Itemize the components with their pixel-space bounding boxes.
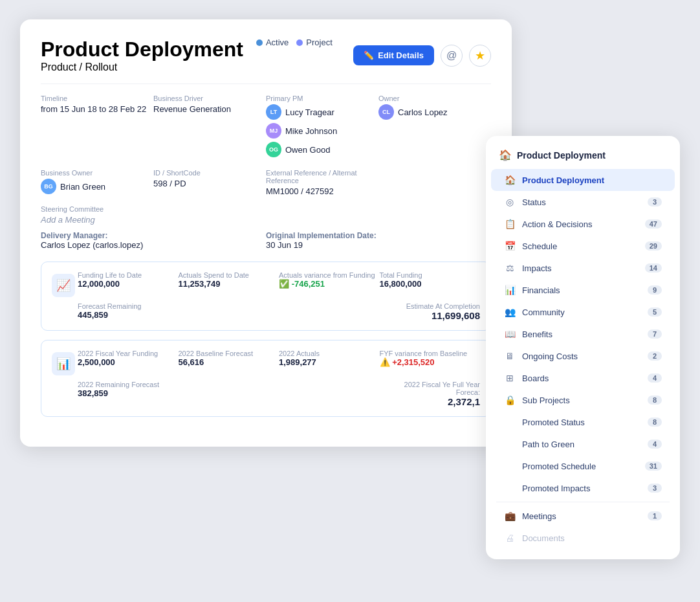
sidebar-item-boards[interactable]: ⊞Boards4 — [491, 367, 675, 389]
ext-ref-value: MM1000 / 427592 — [266, 186, 378, 196]
sidebar-label-schedule: Schedule — [522, 241, 639, 251]
empty-cell-1 — [378, 169, 491, 196]
star-icon-button[interactable]: ★ — [469, 45, 491, 67]
sidebar-badge-sub-projects: 8 — [648, 396, 662, 405]
business-owner-item: BG Brian Green — [41, 179, 153, 194]
fyf-var-cell: FYF variance from Baseline ⚠️ +2,315,520 — [380, 350, 481, 375]
actuals-std-label: Actuals Spend to Date — [179, 271, 279, 279]
remaining-value: 382,859 — [78, 388, 179, 398]
financial-card-1: 📈 Funding Life to Date 12,000,000 Actual… — [41, 262, 491, 331]
sidebar-item-documents[interactable]: 🖨Documents — [491, 527, 675, 549]
delivery-manager-cell: Delivery Manager: Carlos Lopez (carlos.l… — [41, 231, 266, 250]
actuals-std-value: 11,253,749 — [179, 279, 279, 289]
fin-card-2-row2: 2022 Remaining Forecast 382,859 2022 Fis… — [52, 381, 480, 407]
edit-details-button[interactable]: ✏️ Edit Details — [353, 45, 434, 65]
fin-row2-spacer — [52, 302, 78, 321]
pm2-item: MJ Mike Johnson — [266, 123, 378, 139]
business-driver-label: Business Driver — [153, 95, 266, 102]
sidebar-nav: 🏠Product Deployment◎Status3📋Action & Dec… — [486, 169, 680, 549]
sidebar-item-action-decisions[interactable]: 📋Action & Decisions47 — [491, 213, 675, 235]
main-card: Product Deployment Product / Rollout Act… — [20, 19, 512, 447]
actuals-std-cell: Actuals Spend to Date 11,253,749 — [179, 271, 279, 297]
full-year-value: 2,372,1 — [380, 396, 481, 407]
sidebar-label-impacts: Impacts — [522, 263, 639, 273]
sidebar-badge-meetings: 1 — [648, 511, 662, 520]
sidebar-item-benefits[interactable]: 📖Benefits7 — [491, 323, 675, 345]
sidebar-item-sub-projects[interactable]: 🔒Sub Projects8 — [491, 389, 675, 411]
header-row: Product Deployment Product / Rollout Act… — [41, 38, 491, 73]
fin-card-1-row2: Forecast Remaining 445,859 Estimate At C… — [52, 302, 480, 321]
baseline-cell: 2022 Baseline Forecast 56,616 — [179, 350, 279, 375]
primary-pm-label: Primary PM — [266, 95, 378, 102]
promoted-status-icon — [504, 416, 516, 428]
sidebar-label-sub-projects: Sub Projects — [522, 396, 641, 405]
benefits-icon: 📖 — [504, 328, 516, 340]
sidebar-badge-status: 3 — [648, 197, 662, 206]
sidebar-item-promoted-impacts[interactable]: Promoted Impacts3 — [491, 477, 675, 499]
funding-ltd-label: Funding Life to Date — [78, 271, 179, 279]
steering-label: Steering Committee — [41, 205, 153, 213]
fyf-var-label: FYF variance from Baseline — [380, 350, 481, 357]
sidebar-divider — [496, 502, 670, 502]
sidebar-item-path-to-green[interactable]: Path to Green4 — [491, 433, 675, 455]
sidebar-label-action-decisions: Action & Decisions — [522, 219, 639, 229]
sidebar-label-product-deployment: Product Deployment — [522, 175, 662, 185]
sidebar-item-status[interactable]: ◎Status3 — [491, 191, 675, 213]
owner-cell: Owner CL Carlos Lopez — [378, 95, 491, 157]
financial-card-2: 📊 2022 Fiscal Year Funding 2,500,000 202… — [41, 340, 491, 417]
breadcrumb: Product / Rollout — [41, 61, 243, 73]
sidebar-item-ongoing-costs[interactable]: 🖥Ongoing Costs2 — [491, 345, 675, 367]
business-driver-value: Revenue Generation — [153, 104, 266, 114]
pm1-item: LT Lucy Tragear — [266, 104, 378, 120]
fin-icon-col-2: 📊 — [52, 350, 78, 375]
pm3-item: OG Owen Good — [266, 142, 378, 157]
sidebar-label-ongoing-costs: Ongoing Costs — [522, 351, 641, 361]
sidebar-item-community[interactable]: 👥Community5 — [491, 301, 675, 323]
pm-list: LT Lucy Tragear MJ Mike Johnson OG Owen … — [266, 104, 378, 157]
fin-data-grid-1: Funding Life to Date 12,000,000 Actuals … — [78, 271, 480, 297]
sidebar-item-impacts[interactable]: ⚖Impacts14 — [491, 257, 675, 279]
sidebar-badge-community: 5 — [648, 307, 662, 317]
sidebar-label-promoted-impacts: Promoted Impacts — [522, 484, 641, 493]
promoted-schedule-icon — [504, 460, 516, 472]
sidebar-badge-promoted-schedule: 31 — [645, 462, 662, 471]
sidebar-label-benefits: Benefits — [522, 329, 641, 339]
fyf-var-value: ⚠️ +2,315,520 — [380, 357, 481, 367]
sidebar-title: 🏠 Product Deployment — [486, 146, 680, 169]
sidebar-item-meetings[interactable]: 💼Meetings1 — [491, 505, 675, 527]
funding-ltd-value: 12,000,000 — [78, 279, 179, 289]
path-to-green-icon — [504, 438, 516, 450]
delivery-manager-value: Carlos Lopez (carlos.lopez) — [41, 240, 266, 250]
chart-icon: 📈 — [52, 274, 75, 297]
sidebar-item-product-deployment[interactable]: 🏠Product Deployment — [491, 169, 675, 191]
badge-active: Active — [256, 38, 289, 47]
delivery-manager-label: Delivery Manager: — [41, 231, 266, 240]
financials-icon: 📊 — [504, 284, 516, 296]
pm1-avatar: LT — [266, 104, 281, 120]
steering-link[interactable]: Add a Meeting — [41, 215, 153, 225]
sidebar-badge-action-decisions: 47 — [645, 219, 662, 229]
fin-card-1-inner: 📈 Funding Life to Date 12,000,000 Actual… — [52, 271, 480, 297]
full-year-label: 2022 Fiscal Ye Full Year Foreca: — [380, 381, 481, 396]
sidebar-item-promoted-schedule[interactable]: Promoted Schedule31 — [491, 455, 675, 477]
actuals-2022-cell: 2022 Actuals 1,989,277 — [279, 350, 380, 375]
actuals-var-value: ✅ -746,251 — [279, 279, 380, 289]
fin-data-grid-2: 2022 Fiscal Year Funding 2,500,000 2022 … — [78, 350, 480, 375]
info-grid-steering: Steering Committee Add a Meeting — [41, 205, 491, 225]
actuals-var-label: Actuals variance from Funding — [279, 271, 380, 279]
header-divider — [41, 84, 491, 84]
promoted-impacts-icon — [504, 482, 516, 494]
home-icon: 🏠 — [499, 149, 512, 161]
sidebar-item-schedule[interactable]: 📅Schedule29 — [491, 235, 675, 257]
sidebar-item-promoted-status[interactable]: Promoted Status8 — [491, 411, 675, 433]
badge-project: Project — [296, 38, 332, 47]
timeline-label: Timeline — [41, 95, 153, 102]
sidebar-badge-benefits: 7 — [648, 329, 662, 339]
sidebar-badge-financials: 9 — [648, 285, 662, 295]
sidebar-item-financials[interactable]: 📊Financials9 — [491, 279, 675, 301]
timeline-value: from 15 Jun 18 to 28 Feb 22 — [41, 104, 153, 114]
sidebar-label-community: Community — [522, 307, 641, 317]
id-cell: ID / ShortCode 598 / PD — [153, 169, 266, 196]
active-dot-icon — [256, 39, 263, 46]
at-icon-button[interactable]: @ — [441, 45, 463, 67]
